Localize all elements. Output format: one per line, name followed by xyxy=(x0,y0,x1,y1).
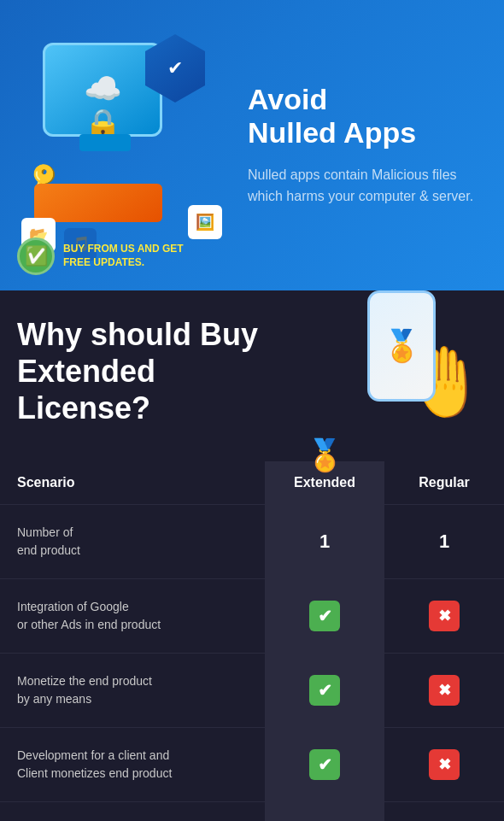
cross-red-icon: ✖ xyxy=(429,601,460,631)
number-value: 1 xyxy=(319,531,330,553)
row-scenario-3: Development for a client and Client mone… xyxy=(0,728,265,801)
table-rows: Number of end product11Integration of Go… xyxy=(0,504,504,821)
cross-red-icon: ✖ xyxy=(429,749,460,780)
badge-bar: ✅ BUY FROM US AND GET FREE UPDATES. xyxy=(17,238,184,275)
table-row: Make a stock template as end product✔✖ xyxy=(0,801,504,821)
monitor-icon: ☁️🔒 xyxy=(43,43,162,137)
row-regular-3: ✖ xyxy=(384,728,504,801)
scenario-header: Scenario xyxy=(0,461,265,504)
check-green-icon: ✔ xyxy=(309,675,340,706)
row-extended-1: ✔ xyxy=(265,579,384,653)
cube3-icon: 🖼️ xyxy=(188,205,222,239)
row-scenario-4: Make a stock template as end product xyxy=(0,802,265,821)
row-extended-4: ✔ xyxy=(265,802,384,821)
row-scenario-1: Integration of Google or other Ads in en… xyxy=(0,579,265,653)
top-banner: ☁️🔒 ✔ 🔑 📂 🎵 🖼️ Avoid Nulled Apps Nulled … xyxy=(0,0,504,290)
number-value: 1 xyxy=(439,531,449,553)
check-green-icon: ✔ xyxy=(309,601,340,631)
keyboard-icon xyxy=(34,184,162,222)
medal-top-icon: 🏅 xyxy=(306,437,344,473)
table-row: Integration of Google or other Ads in en… xyxy=(0,578,504,653)
row-extended-3: ✔ xyxy=(265,728,384,801)
phone-icon: 🏅 xyxy=(367,290,436,402)
row-regular-4: ✖ xyxy=(384,802,504,821)
row-regular-0: 1 xyxy=(384,505,504,578)
medal-phone-icon: 🏅 xyxy=(383,328,421,364)
badge-text: BUY FROM US AND GET FREE UPDATES. xyxy=(63,243,184,269)
check-green-icon: ✔ xyxy=(309,749,340,780)
extended-header: 🏅 Extended xyxy=(265,461,384,504)
row-regular-2: ✖ xyxy=(384,654,504,727)
why-section: Why should Buy Extended License? 🏅 🤚 xyxy=(0,290,504,461)
row-scenario-2: Monetize the end product by any means xyxy=(0,654,265,727)
cross-red-icon: ✖ xyxy=(429,675,460,706)
row-extended-2: ✔ xyxy=(265,654,384,727)
banner-title: Avoid Nulled Apps xyxy=(248,83,487,150)
why-title: Why should Buy Extended License? xyxy=(17,316,273,427)
hand-phone-illustration: 🏅 🤚 xyxy=(316,273,504,470)
row-extended-0: 1 xyxy=(265,505,384,578)
banner-subtitle: Nulled apps contain Malicious files whic… xyxy=(248,164,487,208)
badge-icon: ✅ xyxy=(17,238,55,275)
table-row: Monetize the end product by any means✔✖ xyxy=(0,653,504,727)
banner-text: Avoid Nulled Apps Nulled apps contain Ma… xyxy=(239,83,487,207)
table-row: Development for a client and Client mone… xyxy=(0,727,504,801)
row-regular-1: ✖ xyxy=(384,579,504,653)
row-scenario-0: Number of end product xyxy=(0,505,265,578)
shield-check-icon: ✔ xyxy=(167,57,183,79)
banner-illustration: ☁️🔒 ✔ 🔑 📂 🎵 🖼️ xyxy=(17,26,239,265)
table-row: Number of end product11 xyxy=(0,504,504,578)
comparison-table: Scenario 🏅 Extended Regular Number of en… xyxy=(0,461,504,821)
